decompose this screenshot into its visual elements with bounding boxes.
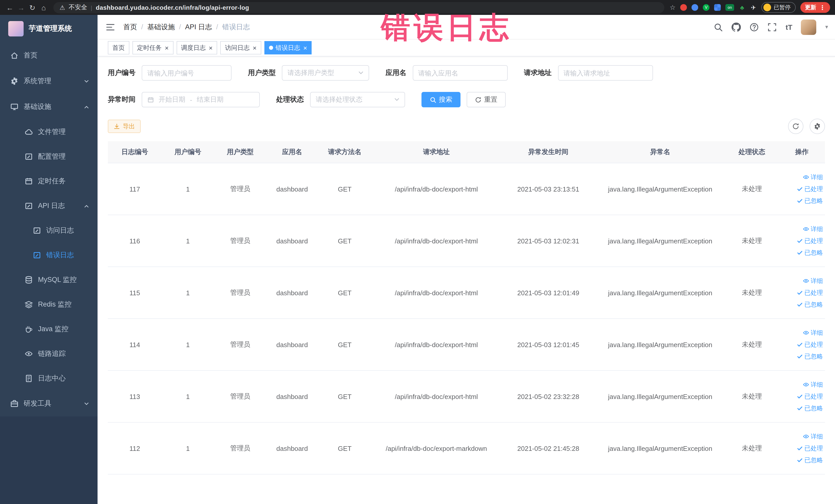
bookmark-star-icon[interactable]: ☆	[670, 4, 676, 11]
reload-icon[interactable]: ↻	[27, 3, 38, 12]
tab-close-icon[interactable]: ×	[209, 44, 212, 51]
row-action-detail[interactable]: 详细	[781, 327, 823, 339]
back-icon[interactable]: ←	[4, 3, 15, 12]
table-cell: 2021-05-03 23:13:51	[501, 163, 595, 215]
db-icon	[25, 276, 33, 284]
extension-icon-7[interactable]: ✈	[750, 4, 757, 11]
process-status-select[interactable]: 请选择处理状态	[310, 92, 405, 107]
breadcrumb-home[interactable]: 首页	[123, 22, 137, 32]
sidebar-item-access-log[interactable]: 访问日志	[0, 218, 98, 243]
hamburger-icon[interactable]	[98, 23, 123, 31]
column-header: 请求方法名	[318, 141, 372, 163]
forward-icon[interactable]: →	[15, 3, 27, 12]
fullscreen-icon[interactable]	[768, 22, 777, 32]
app-name-input[interactable]	[412, 65, 507, 81]
extension-icon-4[interactable]	[714, 4, 721, 11]
app-logo[interactable]: 芋道管理系统	[0, 15, 98, 43]
user-id-input[interactable]	[142, 65, 231, 81]
address-bar[interactable]: ⚠ 不安全 | dashboard.yudao.iocoder.cn/infra…	[54, 2, 665, 13]
reset-button[interactable]: 重置	[467, 92, 506, 107]
breadcrumb-infra[interactable]: 基础设施	[147, 22, 175, 32]
row-action-ignored[interactable]: 已忽略	[781, 350, 823, 362]
sidebar-item-file[interactable]: 文件管理	[0, 120, 98, 144]
tab-close-icon[interactable]: ×	[252, 44, 257, 51]
gear-icon	[814, 123, 821, 130]
tab-label: 访问日志	[225, 43, 249, 52]
table-cell: 管理员	[214, 267, 266, 319]
sidebar-item-job[interactable]: 定时任务	[0, 169, 98, 194]
row-action-detail[interactable]: 详细	[781, 430, 823, 442]
table-row: 1121管理员dashboardGET/api/infra/db-doc/exp…	[108, 422, 825, 474]
edit-icon	[33, 226, 41, 235]
table-cell: 115	[108, 267, 162, 319]
profile-paused-badge[interactable]: 已暂停	[761, 2, 796, 13]
exception-time-range-picker[interactable]: 开始日期 - 结束日期	[142, 92, 260, 107]
browser-home-icon[interactable]: ⌂	[38, 3, 49, 12]
user-type-select[interactable]: 请选择用户类型	[282, 65, 369, 81]
tab-job-log[interactable]: 调度日志×	[176, 41, 217, 55]
tab-close-icon[interactable]: ×	[303, 44, 307, 51]
sidebar-item-tracer[interactable]: 链路追踪	[0, 341, 98, 366]
row-action-processed[interactable]: 已处理	[781, 183, 823, 195]
font-size-icon[interactable]: tT	[786, 23, 792, 31]
tab-close-icon[interactable]: ×	[165, 44, 169, 51]
sidebar-item-config[interactable]: 配置管理	[0, 144, 98, 169]
request-url-input[interactable]	[558, 65, 653, 81]
breadcrumb-api-log[interactable]: API 日志	[185, 22, 212, 32]
tab-error-log[interactable]: 错误日志×	[264, 41, 312, 55]
user-avatar[interactable]	[801, 19, 816, 35]
sidebar-item-home[interactable]: 首页	[0, 43, 98, 68]
sidebar-item-mysql[interactable]: MySQL 监控	[0, 267, 98, 292]
sidebar-item-system[interactable]: 系统管理	[0, 68, 98, 94]
tab-access-log[interactable]: 访问日志×	[220, 41, 261, 55]
filter-label-process-status: 处理状态	[276, 95, 304, 104]
row-action-detail[interactable]: 详细	[781, 223, 823, 235]
extension-icon-1[interactable]	[680, 4, 687, 11]
sidebar-item-infra[interactable]: 基础设施	[0, 94, 98, 120]
table-cell: 未处理	[725, 215, 779, 267]
github-icon[interactable]	[732, 22, 741, 32]
row-action-ignored[interactable]: 已忽略	[781, 454, 823, 466]
row-action-ignored[interactable]: 已忽略	[781, 195, 823, 207]
sidebar-item-java[interactable]: Java 监控	[0, 317, 98, 341]
table-cell: 管理员	[214, 163, 266, 215]
help-icon[interactable]	[750, 22, 759, 32]
sidebar-item-api-log[interactable]: API 日志	[0, 194, 98, 218]
extension-icon-3[interactable]: V	[703, 4, 710, 11]
sidebar-item-label: 首页	[24, 51, 38, 60]
row-action-detail[interactable]: 详细	[781, 379, 823, 390]
row-action-detail[interactable]: 详细	[781, 171, 823, 183]
extension-icon-2[interactable]	[692, 4, 698, 11]
search-button[interactable]: 搜索	[422, 92, 461, 107]
table-cell: /api/infra/db-doc/export-html	[372, 267, 501, 319]
extension-icon-6[interactable]: ♣	[739, 4, 746, 11]
sidebar-item-redis[interactable]: Redis 监控	[0, 292, 98, 317]
refresh-table-button[interactable]	[788, 119, 803, 134]
column-setting-button[interactable]	[810, 119, 825, 134]
row-action-processed[interactable]: 已处理	[781, 235, 823, 247]
row-action-processed[interactable]: 已处理	[781, 287, 823, 299]
table-cell: 112	[108, 422, 162, 474]
actions-cell: 详细已处理已忽略	[779, 163, 825, 215]
row-action-processed[interactable]: 已处理	[781, 339, 823, 350]
row-action-processed[interactable]: 已处理	[781, 390, 823, 402]
sidebar-item-dev-tools[interactable]: 研发工具	[0, 391, 98, 417]
extension-icon-5[interactable]: on	[726, 4, 734, 11]
sidebar: 芋道管理系统 首页系统管理基础设施文件管理配置管理定时任务API 日志访问日志错…	[0, 15, 98, 504]
row-action-ignored[interactable]: 已忽略	[781, 299, 823, 310]
tab-job[interactable]: 定时任务×	[133, 41, 173, 55]
avatar-caret-icon[interactable]: ▾	[825, 24, 828, 30]
row-action-detail[interactable]: 详细	[781, 275, 823, 287]
browser-update-button[interactable]: 更新 ⋮	[800, 2, 830, 13]
search-icon[interactable]	[714, 22, 723, 32]
tab-home[interactable]: 首页	[108, 41, 129, 55]
row-action-ignored[interactable]: 已忽略	[781, 247, 823, 259]
export-button[interactable]: 导出	[108, 120, 141, 133]
filter-label-user-type: 用户类型	[248, 68, 276, 78]
row-action-processed[interactable]: 已处理	[781, 442, 823, 454]
table-cell: 1	[162, 422, 214, 474]
omnibox-divider: |	[91, 4, 93, 11]
sidebar-item-error-log[interactable]: 错误日志	[0, 243, 98, 267]
sidebar-item-log-center[interactable]: 日志中心	[0, 366, 98, 391]
row-action-ignored[interactable]: 已忽略	[781, 402, 823, 414]
